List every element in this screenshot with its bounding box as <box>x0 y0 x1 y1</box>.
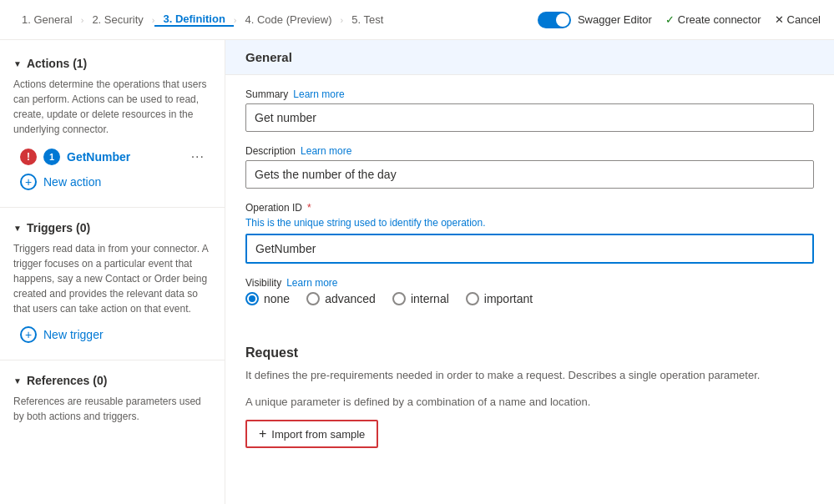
description-learn-more-link[interactable]: Learn more <box>301 145 351 157</box>
section-divider-1 <box>0 207 225 208</box>
actions-header-label: Actions (1) <box>27 57 87 70</box>
radio-advanced-icon <box>306 292 320 305</box>
main-content: General Summary Learn more Description L… <box>225 40 834 504</box>
main-layout: ▼ Actions (1) Actions determine the oper… <box>0 40 834 504</box>
swagger-editor-toggle-wrap: Swagger Editor <box>538 12 652 28</box>
actions-section-body: Actions determine the operations that us… <box>0 73 225 200</box>
nav-step-code[interactable]: 4. Code (Preview) <box>237 13 341 26</box>
visibility-internal-label: internal <box>411 292 449 305</box>
references-header-label: References (0) <box>27 374 108 387</box>
operation-id-input[interactable] <box>245 234 814 264</box>
plus-circle-icon: + <box>20 174 37 190</box>
action-badge: 1 <box>43 149 60 165</box>
triggers-chevron-icon: ▼ <box>13 224 22 233</box>
form-area: Summary Learn more Description Learn mor… <box>225 75 834 332</box>
new-action-button[interactable]: + New action <box>13 170 211 194</box>
visibility-learn-more-link[interactable]: Learn more <box>286 277 337 289</box>
triggers-section-body: Triggers read data in from your connecto… <box>0 238 225 353</box>
radio-none-icon <box>245 292 259 305</box>
description-label: Description Learn more <box>245 145 814 157</box>
radio-important-icon <box>466 292 479 305</box>
section-divider-2 <box>0 360 225 360</box>
summary-label: Summary Learn more <box>245 88 814 100</box>
operation-id-field-group: Operation ID * This is the unique string… <box>245 202 814 264</box>
description-input[interactable] <box>245 160 814 189</box>
sidebar: ▼ Actions (1) Actions determine the oper… <box>0 40 225 504</box>
summary-learn-more-link[interactable]: Learn more <box>293 88 344 100</box>
visibility-field-group: Visibility Learn more none advanced inte… <box>245 277 814 305</box>
toggle-knob <box>556 13 569 27</box>
references-chevron-icon: ▼ <box>13 376 22 386</box>
visibility-internal-option[interactable]: internal <box>392 292 449 305</box>
error-icon: ! <box>20 149 37 165</box>
nav-step-definition[interactable]: 3. Definition <box>154 13 233 27</box>
nav-step-general[interactable]: 1. General <box>13 13 81 26</box>
operation-id-label: Operation ID * <box>245 202 814 214</box>
visibility-none-option[interactable]: none <box>245 292 290 305</box>
visibility-advanced-option[interactable]: advanced <box>306 292 376 305</box>
action-more-icon[interactable]: ··· <box>191 149 205 164</box>
create-connector-button[interactable]: ✓ Create connector <box>665 13 761 26</box>
request-description-line1: It defines the pre-requirements needed i… <box>245 367 814 384</box>
import-from-sample-button[interactable]: + Import from sample <box>245 420 378 448</box>
actions-section-header[interactable]: ▼ Actions (1) <box>0 50 225 73</box>
cancel-button[interactable]: ✕ Cancel <box>775 13 821 26</box>
request-title: Request <box>245 345 814 360</box>
actions-description: Actions determine the operations that us… <box>13 73 211 144</box>
nav-step-test[interactable]: 5. Test <box>343 13 392 26</box>
visibility-advanced-label: advanced <box>325 292 376 305</box>
triggers-description: Triggers read data in from your connecto… <box>13 238 211 323</box>
references-description: References are reusable parameters used … <box>13 391 211 431</box>
new-trigger-button[interactable]: + New trigger <box>13 323 211 346</box>
plus-icon: + <box>259 426 266 441</box>
triggers-header-label: Triggers (0) <box>27 221 90 234</box>
visibility-important-option[interactable]: important <box>466 292 533 305</box>
checkmark-icon: ✓ <box>665 13 675 26</box>
triggers-section-header[interactable]: ▼ Triggers (0) <box>0 214 225 238</box>
summary-field-group: Summary Learn more <box>245 88 814 132</box>
visibility-options-row: none advanced internal important <box>245 292 814 305</box>
references-section-body: References are reusable parameters used … <box>0 391 225 437</box>
swagger-editor-label: Swagger Editor <box>578 13 652 26</box>
trigger-plus-circle-icon: + <box>20 326 37 343</box>
description-field-group: Description Learn more <box>245 145 814 189</box>
visibility-important-label: important <box>484 292 533 305</box>
swagger-editor-toggle[interactable] <box>538 12 571 28</box>
top-navigation: 1. General › 2. Security › 3. Definition… <box>0 0 834 40</box>
operation-id-required-mark: * <box>307 202 311 214</box>
operation-id-sublabel: This is the unique string used to identi… <box>245 217 814 229</box>
nav-step-security[interactable]: 2. Security <box>83 13 151 26</box>
visibility-label: Visibility Learn more <box>245 277 814 289</box>
new-action-label: New action <box>43 175 101 189</box>
get-number-action-item[interactable]: ! 1 GetNumber ··· <box>13 144 211 170</box>
summary-input[interactable] <box>245 103 814 132</box>
nav-right-actions: Swagger Editor ✓ Create connector ✕ Canc… <box>538 12 821 28</box>
request-section: Request It defines the pre-requirements … <box>225 332 834 461</box>
actions-chevron-icon: ▼ <box>13 59 22 68</box>
new-trigger-label: New trigger <box>43 328 104 341</box>
action-item-label: GetNumber <box>67 150 184 164</box>
visibility-none-label: none <box>264 292 290 305</box>
request-description-line2: A unique parameter is defined by a combi… <box>245 394 814 411</box>
close-icon: ✕ <box>775 13 784 26</box>
general-section-header: General <box>225 40 834 75</box>
references-section-header[interactable]: ▼ References (0) <box>0 367 225 391</box>
radio-internal-icon <box>392 292 406 305</box>
